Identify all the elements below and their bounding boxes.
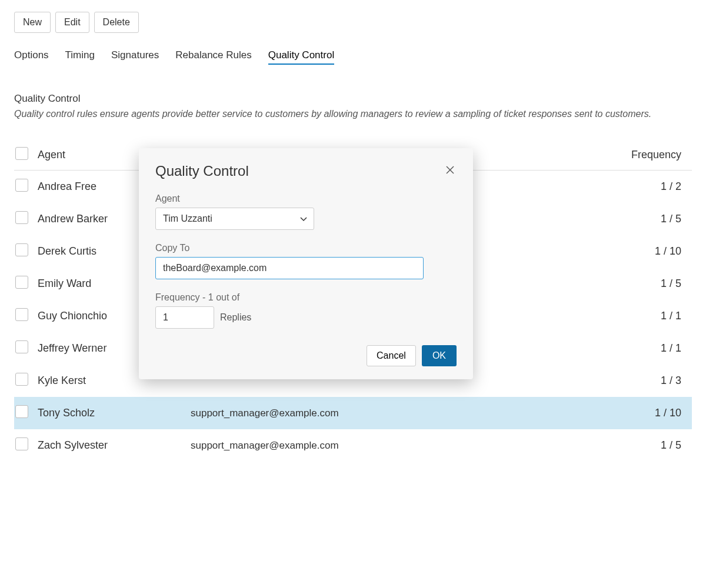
column-header-frequency[interactable]: Frequency [621,149,692,161]
tab-options[interactable]: Options [14,49,49,65]
row-checkbox[interactable] [15,405,28,418]
row-frequency: 1 / 10 [621,245,692,258]
tabs: Options Timing Signatures Rebalance Rule… [14,49,692,65]
section-title: Quality Control [14,93,692,105]
row-frequency: 1 / 5 [621,439,692,452]
row-agent-name: Tony Scholz [38,407,191,419]
row-checkbox[interactable] [15,211,28,224]
row-frequency: 1 / 2 [621,181,692,193]
new-button[interactable]: New [14,12,51,33]
tab-rebalance-rules[interactable]: Rebalance Rules [175,49,251,65]
section-description: Quality control rules ensure agents prov… [14,107,692,121]
select-all-checkbox[interactable] [15,147,28,160]
replies-label: Replies [220,312,251,323]
ok-button[interactable]: OK [422,345,457,366]
row-checkbox[interactable] [15,276,28,289]
tab-timing[interactable]: Timing [65,49,95,65]
copyto-field-label: Copy To [155,243,457,253]
row-checkbox[interactable] [15,340,28,353]
edit-button[interactable]: Edit [55,12,89,33]
row-frequency: 1 / 1 [621,310,692,322]
agent-field-label: Agent [155,193,457,204]
dialog-title: Quality Control [155,163,249,179]
tab-quality-control[interactable]: Quality Control [268,49,334,65]
close-icon[interactable] [444,162,457,179]
row-checkbox[interactable] [15,437,28,450]
frequency-field-label: Frequency - 1 out of [155,292,457,303]
row-frequency: 1 / 5 [621,278,692,290]
row-checkbox[interactable] [15,373,28,386]
quality-control-dialog: Quality Control Agent Tim Uzzanti Copy T… [139,148,473,379]
row-frequency: 1 / 1 [621,342,692,355]
row-frequency: 1 / 3 [621,375,692,387]
table-row[interactable]: Tony Scholzsupport_manager@example.com1 … [14,397,692,429]
delete-button[interactable]: Delete [94,12,139,33]
row-frequency: 1 / 10 [621,407,692,419]
toolbar: New Edit Delete [14,12,692,33]
row-copyto: support_manager@example.com [191,407,621,419]
row-copyto: support_manager@example.com [191,440,621,452]
tab-signatures[interactable]: Signatures [111,49,159,65]
table-row[interactable]: Zach Sylvestersupport_manager@example.co… [14,429,692,462]
copyto-input[interactable] [155,257,424,279]
row-checkbox[interactable] [15,179,28,192]
frequency-input[interactable] [155,306,214,329]
row-agent-name: Zach Sylvester [38,439,191,452]
row-checkbox[interactable] [15,308,28,321]
cancel-button[interactable]: Cancel [367,345,416,366]
row-frequency: 1 / 5 [621,213,692,225]
row-checkbox[interactable] [15,243,28,256]
agent-select[interactable]: Tim Uzzanti [155,208,314,230]
